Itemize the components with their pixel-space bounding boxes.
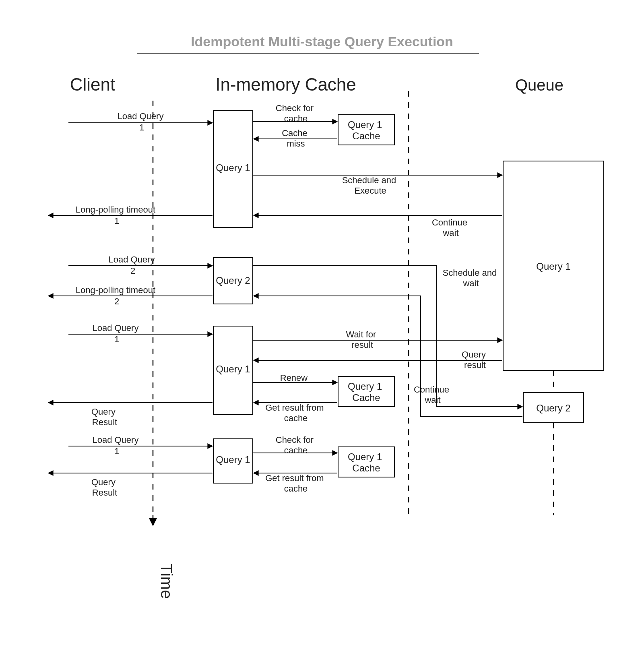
msg-query-result-client-2-label: Query Result <box>91 477 118 498</box>
msg-schedule-execute-label: Schedule and Execute <box>342 175 399 196</box>
diagram-title: Idempotent Multi-stage Query Execution <box>191 34 453 49</box>
msg-check-cache-1-label: Check for cache <box>276 103 316 124</box>
activation-query2-label: Query 2 <box>216 275 250 286</box>
queue-box-q2-label: Query 2 <box>536 403 570 413</box>
msg-continue-wait-1-label: Continue wait <box>432 217 470 238</box>
lane-cache-label: In-memory Cache <box>215 74 356 94</box>
msg-query-result-label: Query result <box>462 349 488 370</box>
lane-client-label: Client <box>70 74 116 94</box>
cache-box-q1-b-label: Query 1 Cache <box>348 381 385 403</box>
queue-box-q1-label: Query 1 <box>536 261 570 272</box>
cache-box-q1-c-label: Query 1 Cache <box>348 451 385 473</box>
time-axis-label: Time <box>158 564 175 599</box>
msg-schedule-wait-label: Schedule and wait <box>443 268 500 288</box>
msg-check-cache-2-label: Check for cache <box>276 435 316 455</box>
cache-box-q1-a-label: Query 1 Cache <box>348 119 385 141</box>
activation-query1-c-label: Query 1 <box>216 454 250 465</box>
msg-continue-wait-2-label: Continue wait <box>414 384 452 405</box>
msg-load-query-2-label: Load Query 2 <box>108 254 157 276</box>
msg-load-query-1a-label: Load Query 1 <box>117 111 166 132</box>
msg-get-from-cache-1-label: Get result from cache <box>265 403 326 423</box>
msg-renew-label: Renew <box>280 373 308 383</box>
msg-load-query-1b-label: Load Query 1 <box>92 323 141 344</box>
msg-query-result-client-1-label: Query Result <box>91 407 118 427</box>
activation-query1-b-label: Query 1 <box>216 364 250 374</box>
diagram-canvas: Idempotent Multi-stage Query Execution C… <box>0 0 644 651</box>
activation-query1-a-label: Query 1 <box>216 162 250 173</box>
lane-queue-label: Queue <box>515 76 564 94</box>
msg-cache-miss-label: Cache miss <box>282 128 310 149</box>
msg-get-from-cache-2-label: Get result from cache <box>265 473 326 494</box>
msg-load-query-1c-label: Load Query 1 <box>92 435 141 456</box>
msg-wait-result-label: Wait for result <box>346 329 378 350</box>
